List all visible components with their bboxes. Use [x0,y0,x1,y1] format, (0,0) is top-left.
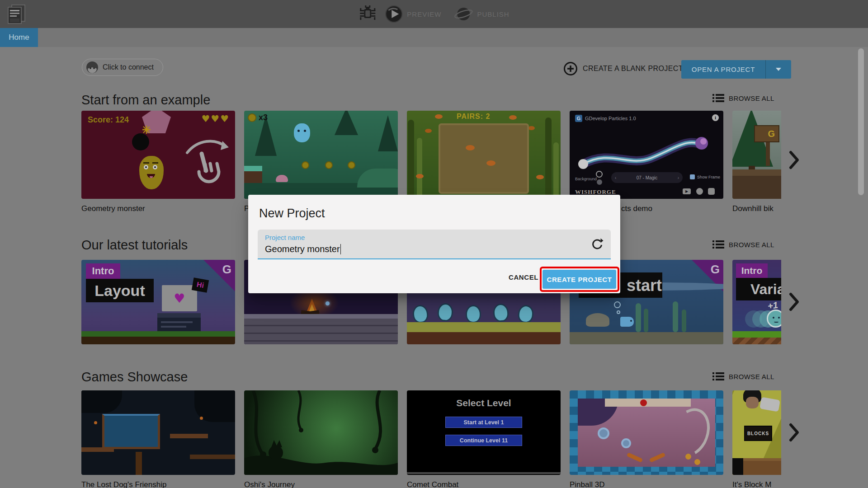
quickstart-word: start [627,276,662,295]
sign-letter: G [768,129,775,139]
coin [302,161,309,169]
browse-all-tutorials[interactable]: BROWSE ALL [712,239,774,249]
examples-next-arrow[interactable] [788,150,800,172]
showcase-card-oshi[interactable] [244,390,398,475]
refresh-icon[interactable] [591,238,604,250]
publish-planet-icon [454,5,473,23]
example-card-platformer[interactable]: x3 [244,111,398,199]
example-card-particles[interactable]: G GDevelop Particles 1.0 i Background ‹ … [570,111,723,199]
showcase-card-comet[interactable]: Select Level Start at Level 1 Continue L… [407,390,561,475]
monster-brow [143,162,149,164]
project-manager-button[interactable] [6,4,27,26]
select-level-title: Select Level [407,398,561,408]
project-name-input[interactable]: Project name Geometry monster [258,230,611,259]
creature [466,305,481,323]
caption-downhill: Downhill bik [732,204,774,213]
pinball-ball [640,399,647,406]
connect-label: Click to connect [103,63,154,71]
examples-cards: Score: 124 ♥♥♥ [81,111,781,199]
connect-button[interactable]: Click to connect [82,59,163,76]
torch-light [200,417,203,420]
open-project-label: OPEN A PROJECT [681,66,765,73]
prev-arrow: ‹ [615,175,616,180]
section-title-tutorials: Our latest tutorials [81,238,188,253]
pairs-board [439,123,529,194]
fish [536,175,544,179]
seaweed [673,301,678,332]
preset-name: 07 - Magic [637,175,658,180]
continue-level-button: Continue Level 11 [445,435,522,446]
fairy-sprite [326,301,330,305]
bubble [617,310,620,314]
heart-sprite: ♥ [174,291,185,306]
tutorial-card-layout[interactable]: G Intro Layout ♥ Hi [81,260,235,344]
rock [586,313,609,327]
floor-line [407,472,561,474]
example-card-downhill[interactable]: G [732,111,781,199]
annotation-highlight-box [540,267,619,292]
example-card-geometry-monster[interactable]: Score: 124 ♥♥♥ [81,111,235,199]
spikes-strip [732,338,781,344]
section-title-examples: Start from an example [81,93,210,108]
bomb-spark [142,125,151,134]
scrollbar-thumb[interactable] [858,48,864,195]
preview-button[interactable]: PREVIEW [385,5,441,23]
playfield [578,399,715,467]
seaweed [417,138,422,199]
create-blank-project-button[interactable]: CREATE A BLANK PROJECT [563,61,683,76]
fish [416,174,424,178]
light-dot [685,454,691,460]
example-card-pairs[interactable]: PAIRS: 2 [407,111,561,199]
tab-home[interactable]: Home [0,28,38,47]
browse-all-label: BROWSE ALL [729,241,774,249]
coin [348,161,355,169]
play-circle-icon [385,5,403,23]
intro-badge: Intro [86,263,120,279]
fish [528,126,535,130]
new-project-dialog: New Project Project name Geometry monste… [248,195,620,293]
particle-trail [570,124,723,174]
showcase-card-pinball[interactable] [570,390,723,475]
browse-all-label: BROWSE ALL [729,94,774,102]
vine-silhouettes [244,390,398,475]
bumper [621,438,631,448]
list-icon [712,239,724,249]
section-title-showcase: Games Showcase [81,370,188,385]
main-toolbar: PREVIEW PUBLISH [0,0,868,28]
browse-all-label: BROWSE ALL [729,373,774,380]
tutorials-next-arrow[interactable] [788,292,800,314]
tab-bar: Home [0,28,868,47]
showcase-next-arrow[interactable] [788,422,800,444]
list-icon [712,93,724,103]
tutorial-card-variables[interactable]: Intro Variab +1 [732,260,781,344]
hi-chip: Hi [192,277,209,292]
open-project-dropdown[interactable] [766,68,791,71]
debug-button[interactable] [359,4,377,24]
browse-all-examples[interactable]: BROWSE ALL [712,93,774,103]
showcase-card-blocks[interactable]: BLOCKS [732,390,781,475]
cancel-button[interactable]: CANCEL [509,273,538,281]
blocks-sign-text: BLOCKS [747,431,769,436]
ghost-character [767,310,781,328]
swipe-gesture-icon [184,136,231,188]
light-dot [694,459,700,465]
chevron-right-icon [788,292,800,312]
publish-button[interactable]: PUBLISH [454,5,509,23]
open-project-button[interactable]: OPEN A PROJECT [681,60,791,79]
next-arrow: › [678,175,679,180]
show-frame-label: Show Frame [697,175,720,179]
bg-swatch [596,171,603,178]
caption-comet: Comet Combat [407,480,458,488]
showcase-card-lost-dog[interactable] [81,390,235,475]
seaweed [636,303,641,332]
ledge [170,434,208,438]
hill [357,169,398,188]
character-face [746,397,759,408]
fish [435,114,443,119]
bubble [614,301,621,308]
bg-swatch [597,179,602,185]
fish [425,129,432,133]
bomb-shape [132,133,149,150]
browse-all-showcase[interactable]: BROWSE ALL [712,371,774,381]
user-face-icon [86,61,99,74]
